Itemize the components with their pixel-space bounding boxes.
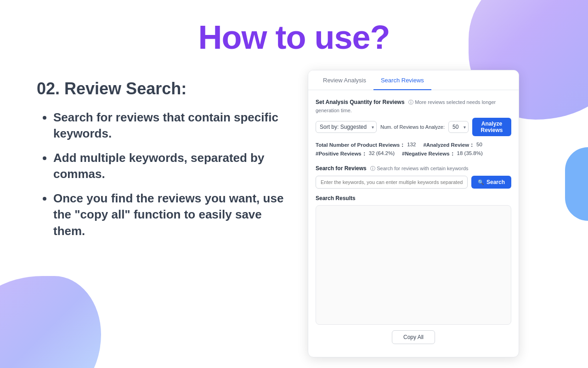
search-hint: ⓘ Search for reviews with certain keywor… xyxy=(370,166,468,171)
results-box xyxy=(316,205,511,325)
list-item: Once you find the reviews you want, use … xyxy=(53,190,289,239)
positive-label: #Positive Reviews： xyxy=(316,150,367,157)
controls-row: Sort by: Suggested Num. of Reviews to An… xyxy=(316,118,511,136)
analyzed-value: 50 xyxy=(476,142,482,149)
analysis-section-label: Set Analysis Quantity for Reviews xyxy=(316,99,405,105)
analysis-quantity-section: Set Analysis Quantity for Reviews ⓘ More… xyxy=(316,98,511,136)
header: How to use? xyxy=(0,0,588,70)
negative-label: #Negative Reviews： xyxy=(402,150,455,157)
search-input-row: 🔍 Search xyxy=(316,176,511,189)
tabs-bar: Review Analysis Search Reviews xyxy=(308,70,519,90)
tab-review-analysis[interactable]: Review Analysis xyxy=(316,70,373,90)
num-label: Num. of Reviews to Analyze: xyxy=(380,124,445,130)
list-item: Search for reviews that contain specific… xyxy=(53,109,289,142)
bullet-list: Search for reviews that contain specific… xyxy=(37,109,289,239)
left-panel: 02. Review Search: Search for reviews th… xyxy=(37,70,289,247)
search-section: Search for Reviews ⓘ Search for reviews … xyxy=(316,164,511,189)
search-input[interactable] xyxy=(316,176,468,189)
results-section: Search Results xyxy=(316,195,511,325)
stat-positive: #Positive Reviews： 32 (64.2%) xyxy=(316,150,395,157)
num-select-wrapper: 50 xyxy=(448,121,469,133)
right-panel: Review Analysis Search Reviews Set Analy… xyxy=(308,70,560,357)
negative-value: 18 (35.8%) xyxy=(457,150,483,157)
page-container: How to use? 02. Review Search: Search fo… xyxy=(0,0,588,368)
section-title: 02. Review Search: xyxy=(37,79,289,98)
stat-analyzed: #Analyzed Review： 50 xyxy=(423,142,482,149)
main-content: 02. Review Search: Search for reviews th… xyxy=(0,70,588,368)
copy-all-button[interactable]: Copy All xyxy=(392,330,435,344)
copy-all-row: Copy All xyxy=(316,330,511,350)
positive-value: 32 (64.2%) xyxy=(369,150,395,157)
total-value: 132 xyxy=(407,142,416,149)
search-icon: 🔍 xyxy=(478,179,484,185)
total-label: Total Number of Product Reviews： xyxy=(316,142,405,149)
tab-search-reviews[interactable]: Search Reviews xyxy=(373,70,431,90)
sort-select-wrapper: Sort by: Suggested xyxy=(316,121,377,133)
analyze-reviews-button[interactable]: Analyze Reviews xyxy=(472,118,511,136)
list-item: Add multiple keywords, separated by comm… xyxy=(53,150,289,182)
stat-total: Total Number of Product Reviews： 132 xyxy=(316,142,416,149)
sort-select[interactable]: Sort by: Suggested xyxy=(316,121,377,133)
num-select[interactable]: 50 xyxy=(448,121,469,133)
search-btn-label: Search xyxy=(486,179,505,185)
stats-row: Total Number of Product Reviews： 132 #An… xyxy=(316,142,511,157)
search-label: Search for Reviews xyxy=(316,165,367,172)
search-button[interactable]: 🔍 Search xyxy=(471,176,511,189)
analyzed-label: #Analyzed Review： xyxy=(423,142,475,149)
window-content: Set Analysis Quantity for Reviews ⓘ More… xyxy=(308,90,519,357)
page-title: How to use? xyxy=(0,18,588,56)
ui-window: Review Analysis Search Reviews Set Analy… xyxy=(308,70,519,357)
results-title: Search Results xyxy=(316,195,511,201)
stat-negative: #Negative Reviews： 18 (35.8%) xyxy=(402,150,483,157)
